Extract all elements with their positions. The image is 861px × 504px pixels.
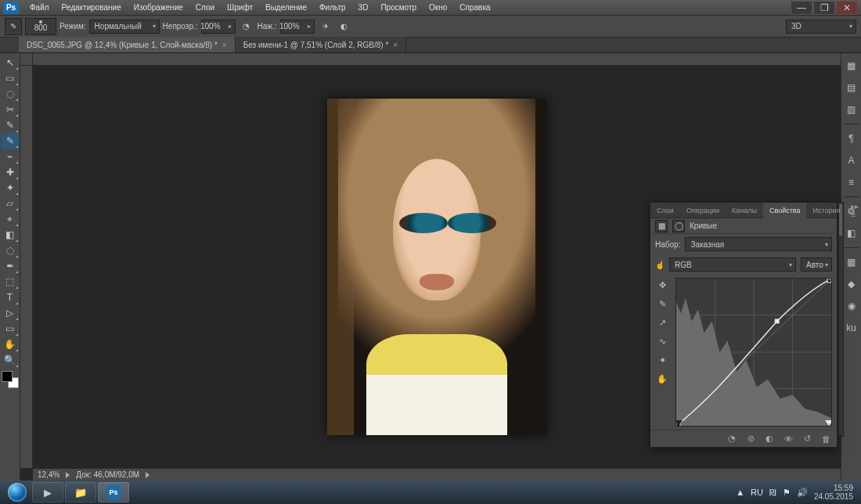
tool-13[interactable]: ✒ <box>2 258 19 274</box>
tray-volume-icon[interactable]: 🔊 <box>797 488 808 498</box>
zoom-level[interactable]: 12,4% <box>38 470 59 479</box>
flow-field[interactable]: 100% <box>280 20 315 34</box>
panel-tab-каналы[interactable]: Каналы <box>726 203 763 218</box>
tool-11[interactable]: ◧ <box>2 227 19 243</box>
menu-шрифт[interactable]: Шрифт <box>221 0 259 16</box>
task-mediaplayer[interactable]: ▶ <box>32 482 63 502</box>
pressure-opacity-icon[interactable]: ◔ <box>239 19 254 34</box>
curve-tool-3[interactable]: ∿ <box>655 334 669 348</box>
tray-network-icon[interactable]: ₪ <box>769 488 776 498</box>
mask-icon[interactable]: ◯ <box>672 220 685 232</box>
panel-foot-0[interactable]: ◔ <box>726 433 738 445</box>
airbrush-icon[interactable]: ✈ <box>318 19 333 34</box>
menu-фильтр[interactable]: Фильтр <box>313 0 352 16</box>
curve-tool-1[interactable]: ✎ <box>655 297 669 311</box>
adjustment-type-icon[interactable]: ▩ <box>655 220 668 232</box>
window-minimize[interactable]: — <box>791 1 812 15</box>
dock-icon-2[interactable]: ▥ <box>844 102 859 117</box>
tray-flag-icon[interactable]: ▲ <box>736 488 744 497</box>
tool-17[interactable]: ▭ <box>2 321 19 337</box>
close-tab-icon[interactable]: × <box>222 41 227 49</box>
dock-icon-10[interactable]: ◉ <box>844 298 859 314</box>
document-canvas[interactable] <box>327 99 546 435</box>
task-explorer[interactable]: 📁 <box>65 482 96 502</box>
tool-12[interactable]: ◌ <box>2 243 19 258</box>
curves-graph[interactable] <box>675 278 832 427</box>
preset-select[interactable]: Заказная <box>685 237 832 251</box>
zoom-popup-icon[interactable] <box>66 472 70 478</box>
targeted-adjust-icon[interactable]: ☝ <box>655 261 665 269</box>
blend-mode-select[interactable]: Нормальный <box>89 20 160 34</box>
tool-15[interactable]: T <box>2 290 19 305</box>
menu-окно[interactable]: Окно <box>423 0 453 16</box>
tool-19[interactable]: 🔍 <box>2 352 19 368</box>
auto-button[interactable]: Авто <box>801 257 832 272</box>
curve-tool-4[interactable]: ✦ <box>655 353 669 367</box>
tool-6[interactable]: ⌁ <box>2 149 19 164</box>
dock-icon-5[interactable]: ≡ <box>844 175 859 190</box>
curve-tool-5[interactable]: ✋ <box>655 372 669 386</box>
task-photoshop[interactable]: Ps <box>98 482 129 502</box>
tool-9[interactable]: ▱ <box>2 196 19 211</box>
close-tab-icon[interactable]: × <box>393 41 398 49</box>
dock-icon-4[interactable]: A <box>844 153 859 168</box>
tool-0[interactable]: ↖ <box>2 55 19 70</box>
panel-foot-5[interactable]: 🗑 <box>820 433 832 445</box>
panel-foot-1[interactable]: ⊘ <box>744 433 757 445</box>
start-button[interactable] <box>3 481 31 503</box>
panel-foot-2[interactable]: ◐ <box>763 433 776 445</box>
brush-preset-picker[interactable]: 800 <box>25 18 56 35</box>
panel-foot-3[interactable]: 👁 <box>782 433 794 445</box>
tool-7[interactable]: ✚ <box>2 164 19 180</box>
document-tab[interactable]: DSC_0065.JPG @ 12,4% (Кривые 1, Слой-мас… <box>19 37 236 52</box>
tool-16[interactable]: ▷ <box>2 305 19 321</box>
panel-scrollbar[interactable] <box>838 202 844 437</box>
dock-icon-7[interactable]: ◧ <box>844 225 859 241</box>
menu-слои[interactable]: Слои <box>189 0 221 16</box>
dock-icon-9[interactable]: ◆ <box>844 276 859 292</box>
opacity-field[interactable]: 100% <box>201 20 236 34</box>
dock-icon-1[interactable]: ▤ <box>844 80 859 95</box>
menu-3d[interactable]: 3D <box>352 0 375 16</box>
dock-icon-8[interactable]: ▦ <box>844 254 859 270</box>
tool-18[interactable]: ✋ <box>2 337 19 352</box>
tool-5[interactable]: ✎ <box>2 133 19 149</box>
dock-icon-3[interactable]: ¶ <box>844 131 859 146</box>
tray-clock[interactable]: 15:5924.05.2015 <box>814 484 853 501</box>
channel-select[interactable]: RGB <box>669 257 796 272</box>
ruler-origin[interactable] <box>20 53 33 66</box>
curve-tool-2[interactable]: ↗ <box>655 315 669 329</box>
tool-10[interactable]: ⌖ <box>2 211 19 227</box>
tool-4[interactable]: ✎ <box>2 117 19 133</box>
document-tab[interactable]: Без имени-1 @ 7,51% (Слой 2, RGB/8) *× <box>236 37 407 52</box>
window-maximize[interactable]: ❐ <box>813 1 835 15</box>
window-close[interactable]: ✕ <box>836 1 858 15</box>
panel-foot-4[interactable]: ↺ <box>801 433 813 445</box>
dock-icon-0[interactable]: ▦ <box>844 58 859 74</box>
panel-menu-icon[interactable]: ▸▸ ≡ <box>846 202 861 219</box>
ruler-horizontal[interactable] <box>33 53 841 66</box>
dock-icon-11[interactable]: ku <box>844 320 859 336</box>
doc-size-info[interactable]: Док: 46,0M/92,0M <box>76 470 139 479</box>
tool-preset-picker[interactable]: ✎ <box>5 18 22 35</box>
color-swatches[interactable] <box>2 371 19 388</box>
curve-tool-0[interactable]: ✥ <box>655 278 669 292</box>
tray-lang[interactable]: RU <box>751 488 763 497</box>
tool-3[interactable]: ✂ <box>2 102 19 117</box>
workspace-select[interactable]: 3D <box>786 20 856 34</box>
tray-action-icon[interactable]: ⚑ <box>783 488 791 498</box>
pressure-size-icon[interactable]: ◐ <box>337 19 352 34</box>
info-popup-icon[interactable] <box>146 472 150 478</box>
menu-редактирование[interactable]: Редактирование <box>56 0 128 16</box>
tool-14[interactable]: ⬚ <box>2 274 19 290</box>
tool-2[interactable]: ◌ <box>2 86 19 102</box>
menu-изображение[interactable]: Изображение <box>128 0 189 16</box>
ruler-vertical[interactable] <box>20 66 33 468</box>
menu-справка[interactable]: Справка <box>453 0 496 16</box>
panel-tab-свойства[interactable]: Свойства <box>763 203 807 218</box>
menu-просмотр[interactable]: Просмотр <box>374 0 423 16</box>
tool-8[interactable]: ✦ <box>2 180 19 196</box>
panel-tab-слои[interactable]: Слои <box>650 203 680 218</box>
panel-tab-операции[interactable]: Операции <box>680 203 726 218</box>
panel-tab-история[interactable]: История <box>806 203 846 218</box>
